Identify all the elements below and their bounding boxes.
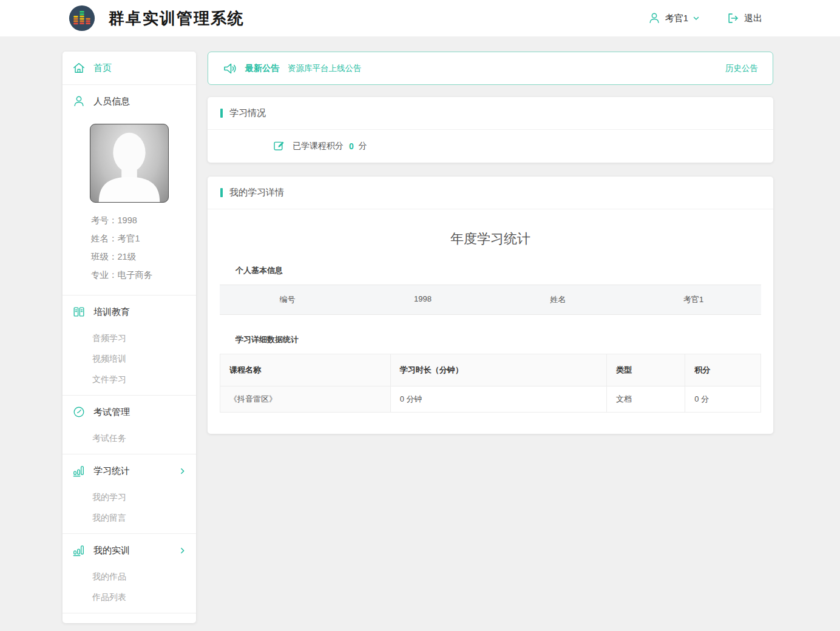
edit-icon <box>273 140 285 152</box>
sidebar-subitem-video[interactable]: 视频培训 <box>63 349 196 369</box>
sidebar-item-study-stats[interactable]: 学习统计 <box>63 454 196 487</box>
column-header: 类型 <box>607 354 685 386</box>
logout-button[interactable]: 退出 <box>727 12 762 25</box>
sidebar-item-exam[interactable]: 考试管理 <box>63 396 196 428</box>
card-title: 学习情况 <box>229 107 266 119</box>
sidebar-divider <box>63 613 196 613</box>
chevron-right-icon <box>178 547 186 555</box>
report-title: 年度学习统计 <box>220 230 761 248</box>
sidebar-item-my-practice[interactable]: 我的实训 <box>63 534 196 567</box>
study-detail-card: 我的学习详情 年度学习统计 个人基本信息 编号 1998 姓名 考官1 学习详细… <box>208 177 773 434</box>
card-title: 我的学习详情 <box>229 187 284 198</box>
speaker-icon <box>223 61 237 76</box>
sidebar-item-label: 学习统计 <box>93 465 130 477</box>
table-header-row: 课程名称 学习时长（分钟） 类型 积分 <box>220 354 761 386</box>
card-header: 学习情况 <box>208 97 773 130</box>
user-icon <box>648 12 661 25</box>
profile-line: 考号：1998 <box>91 211 190 229</box>
sidebar-item-label: 人员信息 <box>93 96 130 107</box>
column-header: 课程名称 <box>220 354 391 386</box>
clock-icon <box>72 405 86 419</box>
user-menu[interactable]: 考官1 <box>648 12 700 25</box>
bar-chart-icon <box>72 464 86 477</box>
sidebar-subitem-my-works[interactable]: 我的作品 <box>63 567 196 587</box>
column-header: 积分 <box>685 354 761 386</box>
logout-label: 退出 <box>744 13 762 24</box>
sidebar-subitem-my-messages[interactable]: 我的留言 <box>63 508 196 528</box>
main-content: 最新公告 资源库平台上线公告 历史公告 学习情况 已学课程积分 0 分 <box>208 52 773 434</box>
column-header: 学习时长（分钟） <box>390 354 606 386</box>
sidebar-item-training[interactable]: 培训教育 <box>63 295 196 328</box>
basic-info-cell: 编号 <box>220 285 355 314</box>
logo-equalizer-icon <box>69 5 95 32</box>
score-label: 已学课程积分 <box>293 141 344 152</box>
profile-line: 姓名：考官1 <box>91 229 190 248</box>
table-row: 《抖音雷区》 0 分钟 文档 0 分 <box>220 386 761 413</box>
sidebar-subitem-exam-task[interactable]: 考试任务 <box>63 428 196 449</box>
home-icon <box>72 61 86 75</box>
top-header: 群卓实训管理系统 考官1 退出 <box>0 0 840 36</box>
sidebar-subitem-works-list[interactable]: 作品列表 <box>63 587 196 608</box>
sidebar: 首页 人员信息 考号：1998 姓名：考官1 班级：21级 专业：电子商 <box>63 52 196 623</box>
sidebar-item-profile[interactable]: 人员信息 <box>63 85 196 118</box>
sidebar-item-label: 我的实训 <box>93 545 130 556</box>
profile-line: 班级：21级 <box>91 248 190 266</box>
announcement-link[interactable]: 资源库平台上线公告 <box>288 63 362 74</box>
basic-info-row: 编号 1998 姓名 考官1 <box>220 285 761 315</box>
chevron-down-icon <box>693 15 700 22</box>
basic-info-cell: 1998 <box>355 285 490 314</box>
score-unit: 分 <box>359 141 367 152</box>
learning-status-card: 学习情况 已学课程积分 0 分 <box>208 97 773 163</box>
learning-status-body: 已学课程积分 0 分 <box>208 130 773 163</box>
type-cell: 文档 <box>607 386 685 413</box>
user-name: 考官1 <box>665 13 688 24</box>
profile-line: 专业：电子商务 <box>91 266 190 284</box>
basic-info-cell: 姓名 <box>490 285 626 314</box>
announcement-label: 最新公告 <box>245 63 279 74</box>
sidebar-subitem-audio[interactable]: 音频学习 <box>63 328 196 349</box>
announcement-bar: 最新公告 资源库平台上线公告 历史公告 <box>208 52 773 85</box>
profile-info: 考号：1998 姓名：考官1 班级：21级 专业：电子商务 <box>63 211 196 295</box>
course-name-cell: 《抖音雷区》 <box>220 386 391 413</box>
person-icon <box>72 95 86 108</box>
sidebar-item-label: 首页 <box>93 62 112 74</box>
avatar <box>90 124 169 203</box>
section-marker <box>220 188 223 197</box>
score-value: 0 <box>349 141 354 151</box>
history-announcements-link[interactable]: 历史公告 <box>725 63 758 74</box>
chevron-right-icon <box>178 467 186 475</box>
basic-info-heading: 个人基本信息 <box>235 265 761 276</box>
basic-info-cell: 考官1 <box>626 285 761 314</box>
sidebar-subitem-file[interactable]: 文件学习 <box>63 369 196 390</box>
stats-heading: 学习详细数据统计 <box>235 334 761 345</box>
sidebar-item-label: 培训教育 <box>93 306 130 318</box>
section-marker <box>220 109 223 118</box>
book-icon <box>72 305 86 319</box>
duration-cell: 0 分钟 <box>390 386 606 413</box>
sidebar-subitem-my-study[interactable]: 我的学习 <box>63 487 196 508</box>
app-title: 群卓实训管理系统 <box>109 8 245 29</box>
sidebar-item-home[interactable]: 首页 <box>63 52 196 84</box>
logout-icon <box>727 12 740 25</box>
score-cell: 0 分 <box>685 386 761 413</box>
study-stats-table: 课程名称 学习时长（分钟） 类型 积分 《抖音雷区》 0 分钟 文档 0 分 <box>220 354 761 413</box>
card-header: 我的学习详情 <box>208 177 773 209</box>
sidebar-item-label: 考试管理 <box>93 407 130 418</box>
bar-chart-icon <box>72 544 86 557</box>
